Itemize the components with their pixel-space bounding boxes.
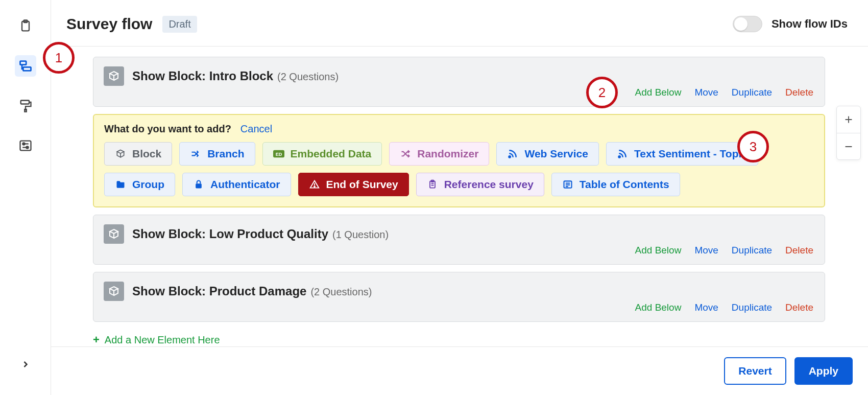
elem-branch[interactable]: Branch: [179, 142, 255, 166]
plus-icon: [843, 114, 854, 125]
flow-block[interactable]: Show Block: Low Product Quality (1 Quest…: [93, 215, 825, 265]
sidebar-item-options[interactable]: [15, 135, 36, 156]
elem-end-of-survey[interactable]: End of Survey: [298, 173, 409, 196]
show-flow-ids-toggle[interactable]: [733, 16, 762, 32]
add-prompt: What do you want to add?: [104, 123, 231, 135]
svg-rect-3: [23, 67, 31, 71]
move-button[interactable]: Move: [694, 87, 718, 98]
header: Survey flow Draft Show flow IDs: [51, 0, 868, 47]
elem-block[interactable]: Block: [104, 142, 172, 166]
rss-icon: [617, 148, 628, 159]
svg-rect-18: [196, 183, 202, 188]
zoom-in-button[interactable]: [837, 106, 860, 133]
sidebar: [0, 0, 51, 395]
block-icon: [104, 282, 124, 301]
block-title: Show Block: Low Product Quality: [132, 227, 328, 241]
flow-block[interactable]: Show Block: Product Damage (2 Questions)…: [93, 272, 825, 322]
add-below-button[interactable]: Add Below: [635, 245, 682, 256]
sidebar-item-builder[interactable]: [15, 15, 36, 37]
warning-icon: [309, 179, 320, 190]
add-below-button[interactable]: Add Below: [635, 302, 682, 313]
folder-icon: [115, 179, 126, 190]
svg-point-17: [618, 156, 620, 157]
minus-icon: [843, 141, 854, 152]
block-icon: [104, 66, 124, 86]
add-here-label: Add a New Element Here: [105, 334, 220, 346]
elem-reference-survey[interactable]: Reference survey: [416, 173, 544, 196]
sliders-icon: [18, 138, 33, 153]
main-area: Survey flow Draft Show flow IDs: [51, 0, 868, 395]
paint-roller-icon: [18, 99, 33, 113]
block-title: Show Block: Intro Block: [132, 69, 273, 83]
svg-rect-4: [20, 101, 29, 104]
cube-icon: [115, 148, 126, 159]
revert-button[interactable]: Revert: [724, 357, 786, 385]
list-icon: [562, 179, 573, 190]
show-flow-ids-label: Show flow IDs: [771, 17, 848, 31]
elem-table-of-contents[interactable]: Table of Contents: [551, 173, 680, 196]
svg-point-20: [314, 186, 315, 187]
cube-icon: [108, 70, 120, 82]
duplicate-button[interactable]: Duplicate: [732, 87, 772, 98]
sidebar-expand[interactable]: [20, 359, 31, 369]
svg-point-16: [509, 156, 511, 157]
elem-text-sentiment[interactable]: Text Sentiment - Topic: [606, 142, 758, 166]
move-button[interactable]: Move: [694, 302, 718, 313]
flow-icon: [18, 59, 33, 73]
branch-icon: [190, 148, 201, 159]
elem-authenticator[interactable]: Authenticator: [182, 173, 291, 196]
block-title: Show Block: Product Damage: [132, 284, 306, 298]
block-question-count: (1 Question): [332, 229, 389, 241]
page-title: Survey flow: [66, 15, 152, 33]
sidebar-item-flow[interactable]: [15, 55, 36, 77]
add-new-element-here[interactable]: + Add a New Element Here: [93, 333, 825, 346]
elem-group[interactable]: Group: [104, 173, 175, 196]
lock-icon: [193, 179, 204, 190]
block-icon: [104, 224, 124, 244]
cube-icon: [108, 285, 120, 297]
chevron-right-icon: [20, 359, 31, 369]
footer: Revert Apply: [51, 346, 868, 395]
move-button[interactable]: Move: [694, 245, 718, 256]
svg-text:ED: ED: [275, 152, 282, 157]
svg-point-10: [26, 146, 28, 148]
clipboard-icon: [18, 19, 33, 33]
delete-button[interactable]: Delete: [785, 302, 813, 313]
shuffle-icon: [400, 148, 411, 159]
plus-icon: +: [93, 333, 100, 346]
status-badge: Draft: [162, 16, 197, 33]
svg-rect-2: [20, 61, 26, 65]
block-question-count: (2 Questions): [277, 71, 339, 83]
elem-randomizer[interactable]: Randomizer: [389, 142, 489, 166]
elem-embedded-data[interactable]: ED Embedded Data: [262, 142, 382, 166]
svg-rect-5: [25, 109, 27, 112]
zoom-controls: [836, 106, 861, 160]
flow-block[interactable]: Show Block: Intro Block (2 Questions) Ad…: [93, 57, 825, 107]
svg-rect-6: [20, 141, 31, 151]
svg-point-8: [22, 143, 25, 145]
flow-canvas: Show Block: Intro Block (2 Questions) Ad…: [51, 47, 868, 346]
switch-knob: [734, 17, 748, 31]
add-element-panel: What do you want to add? Cancel Block Br…: [93, 114, 825, 207]
cancel-add-button[interactable]: Cancel: [240, 123, 272, 135]
clipboard-icon: [427, 179, 438, 190]
cube-icon: [108, 228, 120, 240]
duplicate-button[interactable]: Duplicate: [732, 302, 772, 313]
duplicate-button[interactable]: Duplicate: [732, 245, 772, 256]
delete-button[interactable]: Delete: [785, 87, 813, 98]
ed-badge-icon: ED: [273, 148, 284, 159]
apply-button[interactable]: Apply: [794, 357, 853, 385]
rss-icon: [507, 148, 518, 159]
delete-button[interactable]: Delete: [785, 245, 813, 256]
elem-web-service[interactable]: Web Service: [496, 142, 599, 166]
sidebar-item-look-feel[interactable]: [15, 95, 36, 117]
block-question-count: (2 Questions): [310, 286, 372, 298]
zoom-out-button[interactable]: [837, 133, 860, 159]
add-below-button[interactable]: Add Below: [635, 87, 682, 98]
